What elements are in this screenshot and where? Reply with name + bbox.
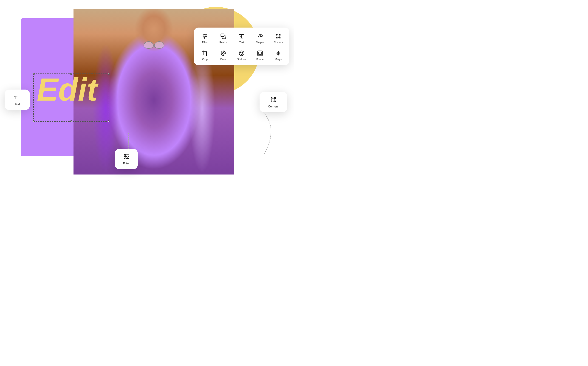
resize-icon <box>220 33 227 40</box>
svg-point-4 <box>205 36 206 37</box>
toolbar-item-crop[interactable]: Crop <box>197 47 213 62</box>
filter-icon <box>201 33 209 40</box>
shapes-icon <box>256 33 264 40</box>
toolbar-frame-label: Frame <box>256 58 264 61</box>
toolbar-filter-label: Filter <box>202 41 208 44</box>
toolbar-item-merge[interactable]: Merge <box>270 47 287 62</box>
svg-rect-21 <box>259 52 261 55</box>
floating-corners-card[interactable]: Corners <box>260 92 287 112</box>
floating-filter-icon <box>123 153 130 160</box>
canvas-edit-text: Edit <box>37 74 97 106</box>
toolbar-shapes-label: Shapes <box>256 41 264 44</box>
floating-filter-card[interactable]: Filter <box>115 149 138 169</box>
floating-text-icon: Tt <box>14 94 21 101</box>
svg-point-5 <box>204 38 205 38</box>
svg-rect-30 <box>272 98 275 101</box>
svg-point-18 <box>239 51 244 56</box>
svg-text:Tt: Tt <box>15 95 19 100</box>
sunglasses <box>142 41 165 48</box>
draw-icon <box>220 50 227 57</box>
toolbar-item-stickers[interactable]: Stickers <box>233 47 250 62</box>
floating-filter-label: Filter <box>123 162 130 165</box>
text-icon: Tt <box>238 33 245 40</box>
floating-corners-icon <box>270 96 277 103</box>
svg-point-3 <box>203 34 204 35</box>
toolbar-merge-label: Merge <box>275 58 282 61</box>
toolbar-item-filter[interactable]: Filter <box>197 30 213 46</box>
svg-text:Tt: Tt <box>240 35 242 38</box>
frame-icon <box>256 50 264 57</box>
svg-point-29 <box>125 158 126 159</box>
floating-corners-label: Corners <box>268 105 279 108</box>
handle-top-left <box>33 73 35 75</box>
stickers-icon <box>238 50 245 57</box>
toolbar-panel: Filter Resize Tt Text <box>194 28 290 65</box>
toolbar-text-label: Text <box>239 41 244 44</box>
svg-point-13 <box>222 53 224 54</box>
toolbar-item-frame[interactable]: Frame <box>252 47 268 62</box>
floating-text-card[interactable]: Tt Text <box>5 90 30 110</box>
toolbar-corners-label: Corners <box>274 41 283 44</box>
toolbar-item-shapes[interactable]: Shapes <box>252 30 268 46</box>
svg-point-28 <box>127 156 128 157</box>
corners-icon <box>275 33 282 40</box>
svg-rect-20 <box>258 51 263 56</box>
crop-icon <box>201 50 209 57</box>
toolbar-item-corners[interactable]: Corners <box>270 30 287 46</box>
svg-point-19 <box>240 52 241 53</box>
toolbar-resize-label: Resize <box>219 41 227 44</box>
toolbar-item-draw[interactable]: Draw <box>215 47 231 62</box>
toolbar-stickers-label: Stickers <box>237 58 246 61</box>
toolbar-draw-label: Draw <box>220 58 226 61</box>
merge-icon <box>275 50 282 57</box>
svg-rect-12 <box>277 35 280 38</box>
toolbar-item-resize[interactable]: Resize <box>215 30 231 46</box>
svg-point-27 <box>124 154 126 155</box>
handle-bottom-middle <box>70 120 72 122</box>
canvas-area: Edit <box>21 18 221 156</box>
floating-text-label: Text <box>15 102 20 106</box>
toolbar-crop-label: Crop <box>202 58 208 61</box>
toolbar-item-text[interactable]: Tt Text <box>233 30 250 46</box>
handle-bottom-left <box>33 120 35 122</box>
